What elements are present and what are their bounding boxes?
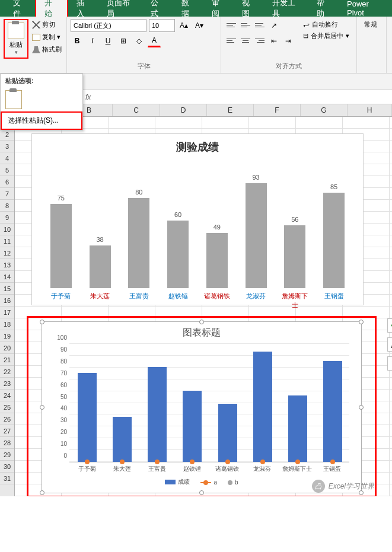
font-name-select[interactable] — [71, 19, 146, 32]
paste-label: 粘贴 — [9, 40, 23, 49]
chart2-ytick: 50 — [50, 393, 67, 400]
align-group: ↗ ⇤ ⇥ ⮐ 自动换行 ⊟ 合并后居中 ▾ 对齐方式 — [221, 17, 357, 73]
fill-color-button[interactable]: ◇ — [132, 34, 145, 47]
legend-swatch-bar — [165, 480, 176, 484]
chart2-marker-a — [155, 460, 160, 464]
chart-test-scores[interactable]: 测验成绩 7538806049935685 于予菊朱大莲王富贵赵铁锤诸葛钢铁龙淑… — [31, 133, 364, 305]
align-center-button[interactable] — [239, 34, 252, 46]
chart1-bar: 38 — [85, 236, 116, 288]
row-header[interactable]: 26 — [0, 413, 14, 425]
number-format-select[interactable]: 常规 — [361, 19, 383, 30]
row-header[interactable]: 9 — [0, 212, 14, 224]
chart2-ytick: 70 — [50, 369, 67, 376]
row-header[interactable]: 5 — [0, 164, 14, 176]
row-header[interactable]: 2 — [0, 129, 14, 141]
column-header[interactable]: D — [160, 104, 207, 116]
row-header[interactable]: 11 — [0, 235, 14, 247]
bold-button[interactable]: B — [71, 34, 84, 47]
font-size-select[interactable] — [149, 19, 175, 32]
row-header[interactable]: 8 — [0, 200, 14, 212]
increase-font-button[interactable]: A▴ — [177, 19, 190, 32]
row-header[interactable]: 27 — [0, 425, 14, 437]
fx-icon: fx — [85, 93, 91, 101]
chart1-title: 测验成绩 — [32, 134, 363, 158]
resize-handle[interactable] — [40, 490, 44, 495]
orientation-button[interactable]: ↗ — [267, 19, 281, 32]
row-header[interactable]: 16 — [0, 295, 14, 307]
italic-button[interactable]: I — [86, 34, 99, 47]
row-header[interactable]: 29 — [0, 449, 14, 461]
indent-increase-button[interactable]: ⇥ — [282, 34, 295, 47]
column-header[interactable]: G — [301, 104, 348, 116]
chart1-category-label: 王富贵 — [123, 292, 154, 309]
resize-handle[interactable] — [359, 405, 364, 410]
row-header[interactable]: 4 — [0, 152, 14, 164]
number-group: 常规 — [357, 17, 387, 73]
chart2-marker-a — [85, 460, 90, 464]
row-header[interactable]: 6 — [0, 176, 14, 188]
row-header[interactable]: 21 — [0, 354, 14, 366]
row-header[interactable]: 3 — [0, 141, 14, 152]
chevron-down-icon: ▾ — [15, 49, 18, 55]
chart-title-selected[interactable]: 图表标题 0102030405060708090100 于予菊朱大莲王富贵赵铁锤… — [42, 321, 362, 493]
chart-add-element-button[interactable]: ✚ — [387, 318, 392, 333]
row-header[interactable]: 7 — [0, 188, 14, 200]
brush-icon — [32, 46, 40, 53]
chart2-ytick: 90 — [50, 346, 67, 352]
paste-option-icon[interactable] — [5, 90, 22, 109]
paste-button[interactable]: 粘贴 ▾ — [4, 19, 28, 59]
border-button[interactable]: ⊞ — [117, 34, 130, 47]
resize-handle[interactable] — [199, 490, 204, 495]
chart2-ytick: 60 — [50, 381, 67, 388]
align-middle-button[interactable] — [239, 19, 252, 31]
indent-decrease-button[interactable]: ⇤ — [267, 34, 281, 47]
resize-handle[interactable] — [40, 405, 44, 410]
row-header[interactable]: 20 — [0, 342, 14, 354]
row-header[interactable]: 15 — [0, 283, 14, 295]
row-header[interactable]: 12 — [0, 247, 14, 259]
row-header[interactable]: 24 — [0, 390, 14, 401]
column-header[interactable]: E — [207, 104, 254, 116]
row-header[interactable]: 18 — [0, 318, 14, 330]
row-header[interactable]: 10 — [0, 224, 14, 235]
chart2-ytick: 10 — [50, 441, 67, 447]
row-header[interactable]: 28 — [0, 437, 14, 449]
underline-button[interactable]: U — [101, 34, 114, 47]
resize-handle[interactable] — [359, 320, 364, 324]
paste-special-button[interactable]: 选择性粘贴(S)... — [1, 111, 82, 130]
cut-button[interactable]: 剪切 — [31, 19, 63, 30]
chart2-bar — [113, 417, 132, 462]
row-header[interactable]: 23 — [0, 378, 14, 390]
chart-filter-button[interactable]: ▼ — [387, 356, 392, 371]
wrap-text-button[interactable]: ⮐ 自动换行 — [299, 19, 353, 30]
row-header[interactable]: 19 — [0, 330, 14, 342]
copy-button[interactable]: 复制 ▾ — [31, 31, 63, 43]
merge-center-button[interactable]: ⊟ 合并后居中 ▾ — [299, 30, 353, 42]
column-header[interactable]: F — [254, 104, 301, 116]
column-header[interactable]: H — [348, 104, 392, 116]
chart2-marker-a — [260, 460, 265, 464]
row-header[interactable]: 22 — [0, 366, 14, 378]
chart2-bar — [253, 352, 272, 462]
align-right-button[interactable] — [253, 34, 266, 46]
cell-grid[interactable]: 测验成绩 7538806049935685 于予菊朱大莲王富贵赵铁锤诸葛钢铁龙淑… — [15, 117, 392, 496]
decrease-font-button[interactable]: A▾ — [193, 19, 206, 32]
align-group-label: 对齐方式 — [225, 60, 353, 71]
align-bottom-button[interactable] — [253, 19, 266, 31]
row-header[interactable]: 30 — [0, 461, 14, 473]
legend-swatch-line — [200, 482, 211, 483]
chart2-marker-a — [295, 460, 300, 464]
resize-handle[interactable] — [40, 320, 44, 324]
format-painter-button[interactable]: 格式刷 — [31, 44, 63, 55]
column-header[interactable]: C — [113, 104, 160, 116]
row-header[interactable]: 13 — [0, 259, 14, 271]
resize-handle[interactable] — [199, 320, 204, 324]
align-top-button[interactable] — [225, 19, 238, 31]
chart-styles-button[interactable]: 🖌 — [387, 337, 392, 352]
row-header[interactable]: 25 — [0, 401, 14, 413]
align-left-button[interactable] — [225, 34, 238, 46]
row-header[interactable]: 17 — [0, 307, 14, 318]
font-color-button[interactable]: A — [148, 34, 161, 47]
row-header[interactable]: 31 — [0, 473, 14, 484]
row-header[interactable]: 14 — [0, 271, 14, 283]
